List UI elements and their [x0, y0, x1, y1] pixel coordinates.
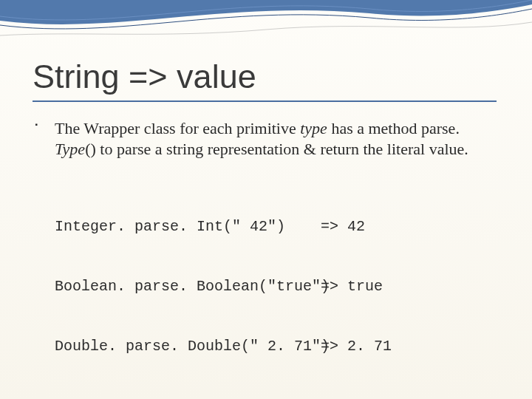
bullet-item-1: ༌ The Wrapper class for each primitive t… [33, 118, 499, 159]
slide-title: String => value [33, 58, 499, 96]
bullet1-italic1: type [300, 119, 327, 137]
code-block: Integer. parse. Int(" 42")=> 42 Boolean.… [33, 177, 499, 399]
code-left: Integer. parse. Int(" 42") [55, 216, 321, 236]
code-right: => 42 [321, 216, 365, 236]
code-left: Boolean. parse. Boolean("true") [55, 276, 321, 296]
bullet1-suffix: () to parse a string representation & re… [85, 140, 468, 158]
code-trailer: //… [55, 396, 499, 399]
title-underline [33, 100, 497, 102]
code-right: => true [321, 276, 383, 296]
code-row: Double. parse. Double(" 2. 71")=> 2. 71 [55, 336, 499, 356]
bullet1-prefix: The Wrapper class for each primitive [55, 119, 300, 137]
code-right: => 2. 71 [321, 336, 392, 356]
bullet-glyph-icon: ༌ [33, 120, 40, 138]
bullet1-italic2: Type [55, 140, 85, 158]
slide: String => value ༌ The Wrapper class for … [0, 0, 532, 399]
slide-content: String => value ༌ The Wrapper class for … [0, 0, 532, 399]
code-row: Boolean. parse. Boolean("true")=> true [55, 276, 499, 296]
code-left: Double. parse. Double(" 2. 71") [55, 336, 321, 356]
bullet1-middle: has a method parse. [327, 119, 460, 137]
code-row: Integer. parse. Int(" 42")=> 42 [55, 216, 499, 236]
